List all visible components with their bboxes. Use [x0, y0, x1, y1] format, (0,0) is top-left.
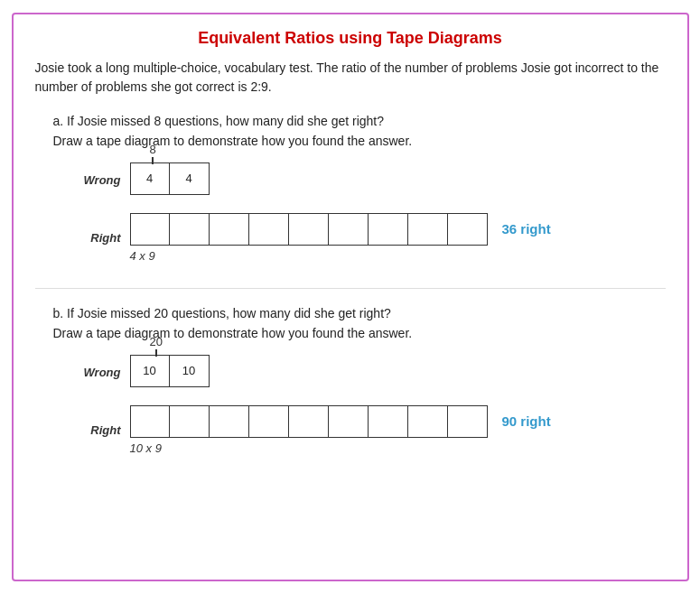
wrong-cells-a: 4 4 [130, 162, 210, 195]
wrong-tape-wrapper-a: 8 4 4 [130, 162, 210, 195]
right-cell-b-0 [130, 405, 170, 438]
wrong-row-b: Wrong 20 10 10 [71, 355, 210, 391]
problem-b-text: b. If Josie missed 20 questions, how man… [53, 303, 666, 344]
wrong-cell-b-0: 10 [130, 355, 170, 387]
wrong-cell-b-1: 10 [170, 355, 210, 387]
right-cell-a-2 [210, 213, 249, 246]
right-row-a: Right 3 [71, 213, 551, 263]
right-label-a: Right [71, 231, 121, 245]
right-cell-a-0 [130, 213, 170, 246]
problem-b: b. If Josie missed 20 questions, how man… [35, 303, 666, 462]
problem-a-line1: a. If Josie missed 8 questions, how many… [53, 114, 385, 128]
right-cell-b-7 [408, 405, 448, 438]
right-cell-b-6 [369, 405, 408, 438]
wrong-label-b: Wrong [71, 366, 121, 379]
formula-b: 10 x 9 [130, 441, 162, 455]
intro-text: Josie took a long multiple-choice, vocab… [35, 59, 666, 97]
wrong-row-a: Wrong 8 4 4 [71, 162, 210, 199]
separator [35, 288, 666, 289]
right-cell-a-1 [170, 213, 210, 246]
right-tape-b [130, 405, 488, 438]
problem-a: a. If Josie missed 8 questions, how many… [35, 111, 666, 270]
right-cell-a-8 [448, 213, 488, 246]
problem-b-line2: Draw a tape diagram to demonstrate how y… [53, 326, 413, 340]
right-row-b: Right 9 [71, 405, 551, 455]
right-cell-a-4 [289, 213, 329, 246]
right-cell-b-2 [210, 405, 249, 438]
right-tape-wrapper-b: 90 right 10 x 9 [130, 405, 551, 455]
problem-a-line2: Draw a tape diagram to demonstrate how y… [53, 134, 413, 148]
wrong-label-a: Wrong [71, 173, 121, 187]
right-label-b: Right [71, 423, 121, 437]
right-tape-wrapper-a: 36 right 4 x 9 [130, 213, 551, 263]
brace-a: 8 [150, 143, 156, 164]
right-cell-b-3 [249, 405, 289, 438]
wrong-cell-a-0: 4 [130, 162, 170, 195]
right-cell-a-5 [329, 213, 369, 246]
brace-num-b: 20 [150, 335, 163, 348]
problem-a-text: a. If Josie missed 8 questions, how many… [53, 111, 666, 152]
wrong-cells-b: 10 10 [130, 355, 210, 387]
diagram-b: Wrong 20 10 10 Right [71, 355, 666, 462]
diagram-a: Wrong 8 4 4 Right [71, 162, 666, 270]
brace-line-b [155, 349, 157, 357]
page-title: Equivalent Ratios using Tape Diagrams [35, 29, 666, 48]
right-cell-a-7 [408, 213, 448, 246]
right-cell-b-8 [448, 405, 488, 438]
right-cell-a-6 [369, 213, 408, 246]
wrong-tape-wrapper-b: 20 10 10 [130, 355, 210, 387]
problem-b-line1: b. If Josie missed 20 questions, how man… [53, 306, 391, 320]
brace-b: 20 [150, 335, 163, 357]
brace-line-a [152, 157, 154, 164]
answer-a: 36 right [502, 221, 551, 237]
main-container: Equivalent Ratios using Tape Diagrams Jo… [12, 13, 689, 581]
formula-a: 4 x 9 [130, 249, 155, 263]
right-tape-row-b: 90 right [130, 405, 551, 438]
wrong-cell-a-1: 4 [170, 162, 210, 195]
right-cell-b-5 [329, 405, 369, 438]
right-tape-row-a: 36 right [130, 213, 551, 246]
right-cell-b-4 [289, 405, 329, 438]
right-cell-b-1 [170, 405, 210, 438]
answer-b: 90 right [502, 413, 551, 429]
right-cell-a-3 [249, 213, 289, 246]
brace-num-a: 8 [150, 143, 156, 156]
right-tape-a [130, 213, 488, 246]
